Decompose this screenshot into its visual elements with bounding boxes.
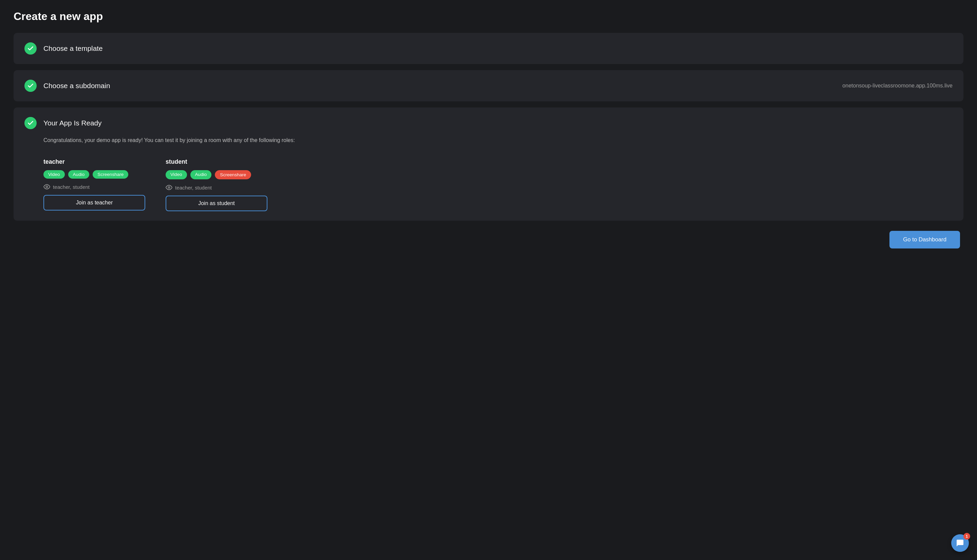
teacher-badge-screenshare: Screenshare	[93, 170, 128, 178]
chat-widget[interactable]: 1	[951, 534, 969, 552]
chat-badge-count: 1	[964, 533, 970, 540]
student-badge-audio: Audio	[191, 170, 212, 179]
subdomain-value: onetonsoup-liveclassroomone.app.100ms.li…	[842, 83, 953, 89]
teacher-role-section: teacher Video Audio Screenshare teacher,…	[43, 158, 145, 211]
subdomain-check-icon	[24, 80, 37, 92]
teacher-badge-video: Video	[43, 170, 65, 178]
join-as-teacher-button[interactable]: Join as teacher	[43, 195, 145, 210]
student-badges-row: Video Audio Screenshare	[166, 170, 268, 179]
student-can-see-text: teacher, student	[175, 185, 212, 190]
congrats-text: Congratulations, your demo app is ready!…	[43, 137, 295, 143]
ready-header: Your App Is Ready	[24, 117, 102, 129]
teacher-can-see-row: teacher, student	[43, 183, 145, 190]
step-template: Choose a template	[13, 33, 964, 64]
go-to-dashboard-button[interactable]: Go to Dashboard	[890, 231, 960, 248]
join-as-student-button[interactable]: Join as student	[166, 196, 268, 211]
step-ready: Your App Is Ready Congratulations, your …	[13, 107, 964, 221]
student-badge-screenshare: Screenshare	[215, 170, 251, 179]
step-subdomain: Choose a subdomain onetonsoup-liveclassr…	[13, 70, 964, 102]
ready-check-icon	[24, 117, 37, 129]
chat-icon	[956, 539, 964, 547]
teacher-role-name: teacher	[43, 158, 145, 165]
teacher-badges-row: Video Audio Screenshare	[43, 170, 145, 178]
teacher-eye-icon	[43, 183, 50, 190]
student-eye-icon	[166, 184, 172, 191]
subdomain-step-label: Choose a subdomain	[43, 82, 110, 90]
teacher-can-see-text: teacher, student	[53, 184, 90, 190]
student-role-section: student Video Audio Screenshare teacher,…	[166, 158, 268, 211]
template-check-icon	[24, 42, 37, 55]
roles-container: teacher Video Audio Screenshare teacher,…	[43, 158, 972, 211]
svg-point-0	[46, 186, 48, 188]
student-badge-video: Video	[166, 170, 187, 179]
subdomain-header-left: Choose a subdomain	[24, 80, 110, 92]
page-title: Create a new app	[13, 10, 964, 23]
ready-step-label: Your App Is Ready	[43, 119, 102, 127]
subdomain-header: Choose a subdomain onetonsoup-liveclassr…	[24, 80, 953, 92]
student-role-name: student	[166, 158, 268, 165]
svg-point-1	[168, 187, 170, 188]
teacher-badge-audio: Audio	[68, 170, 90, 178]
student-can-see-row: teacher, student	[166, 184, 268, 191]
template-step-label: Choose a template	[43, 44, 103, 53]
bottom-bar: Go to Dashboard	[13, 231, 964, 248]
